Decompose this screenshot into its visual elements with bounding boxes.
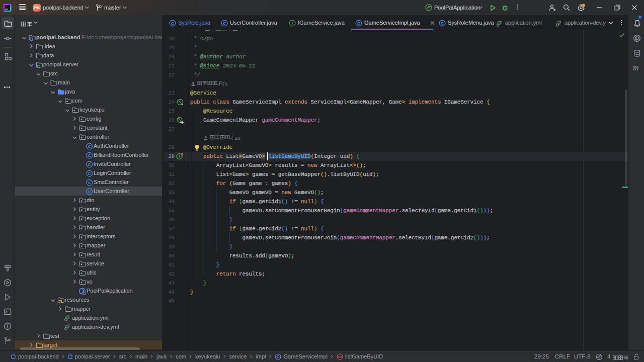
svg-text:C: C	[88, 189, 91, 194]
svg-text:C: C	[88, 144, 91, 148]
svg-text:m: m	[338, 354, 342, 359]
svg-text:C: C	[88, 153, 91, 157]
svg-text:C: C	[441, 21, 444, 25]
svg-text:I: I	[292, 21, 293, 25]
svg-text:C: C	[88, 180, 91, 185]
svg-text:C: C	[223, 21, 226, 25]
svg-text:C: C	[171, 21, 174, 25]
svg-text:C: C	[277, 354, 280, 359]
svg-text:C: C	[357, 21, 360, 25]
svg-text:C: C	[88, 171, 91, 175]
svg-text:C: C	[88, 162, 91, 166]
